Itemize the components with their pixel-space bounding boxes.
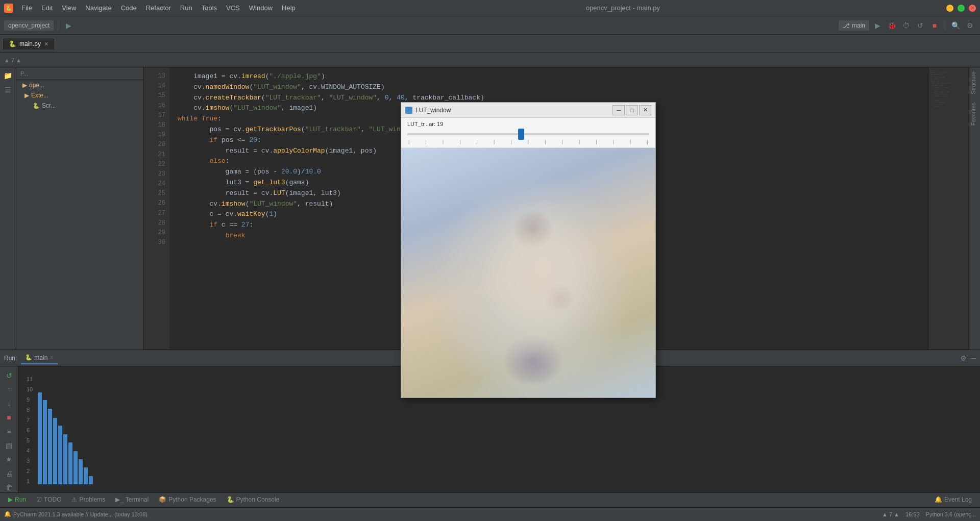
stop-button[interactable]: ■ [928,19,941,32]
run-clear-btn[interactable]: 🗑 [3,483,15,492]
problems-tab-btn[interactable]: ⚠ Problems [67,494,109,505]
menu-vcs[interactable]: VCS [222,3,244,13]
lut-title-bar[interactable]: LUT_window ─ □ ✕ [401,103,655,118]
run-scroll-up-btn[interactable]: ↑ [3,384,15,394]
lut-title: LUT_window [405,107,451,114]
python-version-text: Python 3.6 (openc... [926,511,976,517]
event-log-tab-btn[interactable]: 🔔 Event Log [930,494,976,505]
run-button[interactable]: ▶ [871,19,884,32]
terminal-icon: ▶_ [115,496,124,503]
lut-trackbar-label: LUT_tr...ar: 19 [407,121,649,127]
terminal-tab-btn[interactable]: ▶_ Terminal [111,494,153,505]
update-button[interactable]: ↺ [914,19,926,32]
run-config-btn[interactable]: ▶ [62,19,75,32]
lut-close-btn[interactable]: ✕ [639,105,651,115]
trackbar-thumb[interactable] [518,129,524,140]
lut-window[interactable]: LUT_window ─ □ ✕ LUT_tr...ar: 19 ||||| |… [401,102,656,398]
bar-11 [89,476,93,484]
run-minimize-icon[interactable]: ─ [971,354,976,362]
menu-window[interactable]: Window [245,3,277,13]
left-sidebar: 📁 ☰ [0,67,16,350]
branch-selector[interactable]: ⎇ main [839,20,869,31]
scr-icon: 🐍 [33,103,40,109]
menu-bar: File Edit View Navigate Code Refactor Ru… [17,3,300,13]
run-stop-btn[interactable]: ■ [3,412,15,422]
menu-navigate[interactable]: Navigate [81,3,115,13]
line-col-text: ▲ 7 ▲ [882,511,899,517]
run-pin-btn[interactable]: ★ [3,455,15,464]
debug-button[interactable]: 🐞 [886,19,898,32]
run-tab-close[interactable]: ✕ [50,355,54,360]
event-log-tab-text: Event Log [944,496,972,503]
run-label: Run: [4,355,17,362]
bar-6 [63,434,67,484]
line-col-info[interactable]: ▲ 7 ▲ [882,511,899,517]
trackbar[interactable] [407,129,649,139]
settings-button[interactable]: ⚙ [964,19,976,32]
tab-py-icon: 🐍 [9,40,16,47]
lut-window-title: LUT_window [415,107,451,114]
title-bar-left: 🐍 File Edit View Navigate Code Refactor … [4,3,300,13]
bar-5 [58,426,62,484]
run-tab-main[interactable]: 🐍 main ✕ [21,352,58,364]
update-msg[interactable]: 🔔 PyCharm 2021.1.3 available // Update..… [4,511,148,517]
python-packages-icon: 📦 [159,496,166,503]
ext-folder-icon: ▶ [24,92,29,99]
menu-code[interactable]: Code [117,3,141,13]
lut-maximize-btn[interactable]: □ [626,105,638,115]
tree-item-ope[interactable]: ▶ ope... [16,80,143,90]
todo-tab-btn[interactable]: ☑ TODO [32,494,65,505]
python-console-tab-btn[interactable]: 🐍 Python Console [223,494,284,505]
tab-main-py[interactable]: 🐍 main.py ✕ [2,38,55,49]
problems-icon: ⚠ [71,496,77,503]
structure-icon[interactable]: ☰ [2,84,14,96]
run-scroll-down-btn[interactable]: ↓ [3,399,15,408]
run-tab-label: main [34,354,47,361]
python-version-info[interactable]: Python 3.6 (openc... [926,511,976,517]
menu-view[interactable]: View [58,3,80,13]
menu-tools[interactable]: Tools [198,3,221,13]
tab-close-btn[interactable]: ✕ [44,41,48,47]
python-packages-tab-btn[interactable]: 📦 Python Packages [155,494,220,505]
run-restart-btn[interactable]: ↺ [3,370,15,380]
menu-refactor[interactable]: Refactor [142,3,175,13]
tab-label: main.py [19,40,41,47]
run-tab-icon: 🐍 [25,354,32,361]
run-tab-btn[interactable]: ▶ Run [4,494,30,505]
run-print-btn[interactable]: 🖨 [3,468,15,478]
menu-edit[interactable]: Edit [37,3,57,13]
tree-item-exte[interactable]: ▶ Exte... [16,90,143,101]
app-icon: 🐍 [4,4,13,13]
menu-file[interactable]: File [17,3,36,13]
run-sidebar: ↺ ↑ ↓ ■ ≡ ▤ ★ 🖨 🗑 [0,366,18,492]
close-button[interactable]: ✕ [969,5,976,12]
run-filter-btn[interactable]: ▤ [3,440,15,450]
minimize-button[interactable]: ─ [946,5,953,12]
favorites-label[interactable]: Favorites [969,98,980,130]
structure-label[interactable]: Structure [969,67,980,98]
menu-run[interactable]: Run [176,3,197,13]
line-numbers: 13 14 15 16 17 18 19 20 21 22 23 24 25 2… [144,67,169,350]
trackbar-track [407,133,649,135]
branch-name: main [852,22,865,29]
project-name[interactable]: opencv_project [4,20,54,31]
menu-help[interactable]: Help [278,3,300,13]
project-panel-header[interactable]: P... [16,67,143,80]
todo-icon: ☑ [36,496,42,503]
run-settings-icon[interactable]: ⚙ [960,354,967,362]
tab-bar: 🐍 main.py ✕ [0,35,980,53]
run-wrap-btn[interactable]: ≡ [3,427,15,436]
update-icon: 🔔 [4,511,11,517]
profile-button[interactable]: ⏱ [900,19,912,32]
search-button[interactable]: 🔍 [949,19,962,32]
lut-minimize-btn[interactable]: ─ [612,105,625,115]
window-title: opencv_project - main.py [586,4,660,12]
maximize-button[interactable]: □ [958,5,965,12]
lut-win-controls: ─ □ ✕ [612,105,651,115]
toolbar-sep2 [945,20,945,31]
bar-3 [48,409,52,484]
tree-item-scr[interactable]: 🐍 Scr... [16,101,143,111]
problems-tab-text: Problems [79,496,105,503]
event-log-icon: 🔔 [935,496,942,503]
project-icon[interactable]: 📁 [2,69,14,82]
